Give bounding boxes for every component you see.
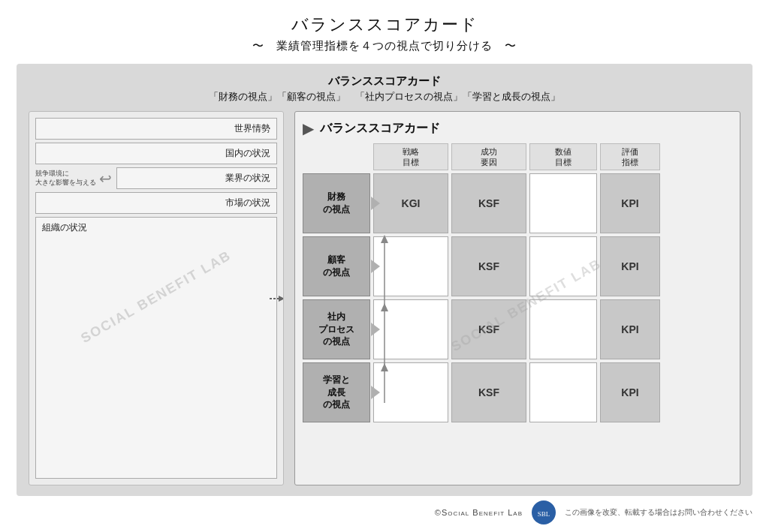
outer-box-subtitle: 「財務の視点」「顧客の視点」 「社内プロセスの視点」「学習と成長の視点」 [29, 90, 740, 104]
world-label: 世界情勢 [234, 123, 270, 134]
header-eval: 評価指標 [600, 143, 660, 170]
perspective-learning: 学習と成長の視点 [303, 362, 370, 422]
org-label: 組織の状況 [42, 222, 87, 233]
left-inner: 世界情勢 国内の状況 競争環境に大きな影響を与える ↩ 業界の状況 [29, 112, 283, 485]
industry-row: 競争環境に大きな影響を与える ↩ 業界の状況 [35, 167, 277, 189]
world-box: 世界情勢 [35, 118, 277, 140]
market-box: 市場の状況 [35, 192, 277, 214]
competition-text: 競争環境に大きな影響を与える [35, 170, 96, 186]
footer-row: ©Social Benefit Lab SBL この画像を改変、転載する場合はお… [17, 500, 752, 524]
ksf-learning: KSF [451, 362, 526, 422]
kpi-customer: KPI [600, 236, 660, 296]
right-panel: SOCIAL BENEFIT LAB ▶ バランススコアカード 戦略目標 成功要… [294, 111, 740, 485]
industry-label: 業界の状況 [225, 173, 270, 183]
kpi-process: KPI [600, 299, 660, 359]
svg-text:SBL: SBL [538, 510, 550, 518]
perspective-process: 社内プロセスの視点 [303, 299, 370, 359]
kgi-cell: KGI [373, 173, 448, 233]
right-panel-arrow-icon: ▶ [303, 119, 314, 137]
page-wrapper: バランススコアカード 〜 業績管理指標を４つの視点で切り分ける 〜 バランススコ… [0, 0, 769, 532]
logo-circle: SBL [532, 500, 556, 524]
sub-title: 〜 業績管理指標を４つの視点で切り分ける 〜 [252, 39, 517, 53]
market-label: 市場の状況 [225, 197, 270, 208]
header-numeric: 数値目標 [529, 143, 597, 170]
ksf-process: KSF [451, 299, 526, 359]
perspective-customer: 顧客の視点 [303, 236, 370, 296]
numeric-process [529, 299, 597, 359]
copyright: ©Social Benefit Lab [435, 508, 523, 517]
strategy-learning [373, 362, 448, 422]
right-title-row: ▶ バランススコアカード [303, 119, 732, 137]
domestic-label: 国内の状況 [225, 148, 270, 158]
perspective-finance: 財務の視点 [303, 173, 370, 233]
connector-arrow-icon [270, 293, 284, 304]
domestic-box: 国内の状況 [35, 143, 277, 164]
connector [270, 293, 284, 304]
strategy-customer [373, 236, 448, 296]
header-strategy: 戦略目標 [373, 143, 448, 170]
competition-note: 競争環境に大きな影響を与える [35, 170, 96, 187]
outer-box: バランススコアカード 「財務の視点」「顧客の視点」 「社内プロセスの視点」「学習… [17, 64, 752, 496]
numeric-finance [529, 173, 597, 233]
numeric-customer [529, 236, 597, 296]
bsc-grid: 戦略目標 成功要因 数値目標 評価指標 財務の視点 KGI KSF KPI [303, 143, 732, 477]
strategy-process [373, 299, 448, 359]
org-box: 組織の状況 [35, 217, 277, 479]
ksf-finance: KSF [451, 173, 526, 233]
main-title: バランススコアカード [291, 14, 478, 36]
kpi-finance: KPI [600, 173, 660, 233]
svg-marker-1 [279, 296, 284, 302]
right-panel-title: バランススコアカード [320, 121, 440, 137]
footer-note: この画像を改変、転載する場合はお問い合わせください [565, 507, 752, 518]
kpi-learning: KPI [600, 362, 660, 422]
header-empty [303, 143, 370, 170]
logo-icon: SBL [533, 502, 554, 523]
header-success: 成功要因 [451, 143, 526, 170]
curved-arrow-icon: ↩ [99, 170, 112, 188]
content-row: SOCIAL BENEFIT LAB 世界情勢 国内の状況 競争環境に大きな影響… [29, 111, 740, 485]
ksf-customer: KSF [451, 236, 526, 296]
industry-box: 業界の状況 [116, 167, 277, 189]
outer-box-title: バランススコアカード [29, 74, 740, 89]
numeric-learning [529, 362, 597, 422]
left-panel: SOCIAL BENEFIT LAB 世界情勢 国内の状況 競争環境に大きな影響… [29, 111, 284, 485]
